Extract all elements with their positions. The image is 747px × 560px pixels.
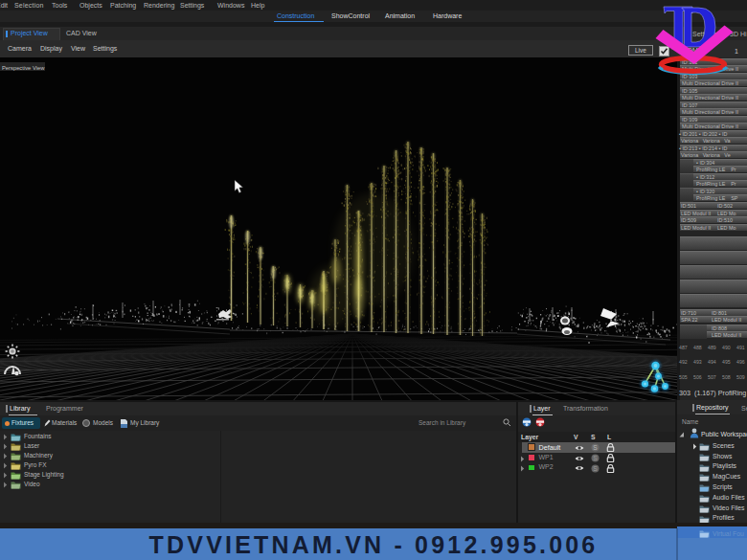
svg-text:Perspective View: Perspective View [2,65,45,71]
svg-text:S: S [593,464,598,471]
svg-text:S: S [593,455,598,461]
svg-text:S: S [593,444,598,451]
